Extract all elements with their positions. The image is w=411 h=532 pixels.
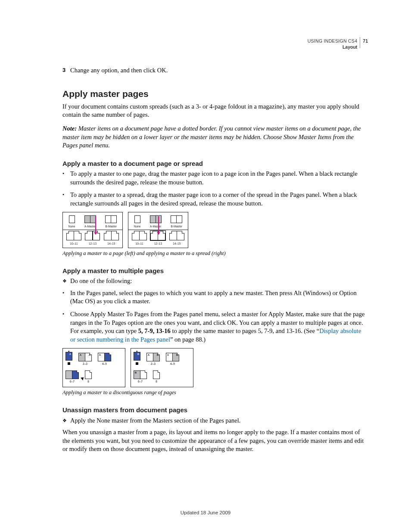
running-header: USING INDESIGN CS4 Layout 71	[308, 38, 368, 50]
bullet-list-2: In the Pages panel, select the pages to …	[62, 289, 368, 344]
unassign-paragraph: When you unassign a master from a page, …	[62, 428, 368, 454]
master-none-label: None	[134, 225, 141, 229]
page-label: 14–15	[169, 242, 184, 246]
page-label: 4–5	[166, 362, 179, 366]
list-item: To apply a master to one page, drag the …	[62, 170, 368, 187]
diamond-lead: ❖ Apply the None master from the Masters…	[62, 417, 368, 425]
bullet-text: To apply a master to a spread, drag the …	[70, 191, 368, 208]
note-paragraph: Note: Master items on a document page ha…	[62, 124, 368, 150]
diamond-text: Do one of the following:	[70, 277, 368, 286]
header-product: USING INDESIGN CS4	[308, 38, 358, 44]
header-rule	[360, 37, 360, 48]
diamond-lead: ❖ Do one of the following:	[62, 277, 368, 286]
page-label: 12–13	[85, 242, 100, 246]
list-item: In the Pages panel, select the pages to …	[62, 289, 368, 306]
heading-apply-master-pages: Apply master pages	[62, 88, 368, 100]
pages-panel-left: None A-Master B-Master 10–11 12–13 14–15	[62, 212, 123, 248]
figure-discontiguous: ▾ A A A 2–3 A 4–5 6–7	[62, 348, 368, 387]
pages-panel-right: None A-Master B-Master 10–11 12–13 14–15	[128, 212, 188, 248]
page-label: 8	[85, 380, 92, 384]
page-label: 10–11	[66, 242, 81, 246]
page-number: 71	[363, 38, 368, 44]
list-item: To apply a master to a spread, drag the …	[62, 191, 368, 208]
note-label: Note:	[62, 125, 77, 132]
page-content: 3 Change any option, and then click OK. …	[62, 66, 368, 454]
bullet-text: In the Pages panel, select the pages to …	[70, 289, 368, 306]
page-label: 14–15	[104, 242, 119, 246]
header-section: Layout	[308, 44, 358, 50]
page-label: 10–11	[132, 242, 147, 246]
page-label: 6–7	[65, 380, 79, 384]
figure-apply-master: None A-Master B-Master 10–11 12–13 14–15	[62, 212, 368, 248]
bullet-text: To apply a master to one page, drag the …	[70, 170, 368, 187]
diamond-icon: ❖	[62, 277, 70, 286]
master-b-label: B-Master	[171, 225, 182, 229]
step-text: Change any option, and then click OK.	[70, 66, 368, 75]
pages-panel-after: ▾ B A B 2–3 A B 4–5 B	[131, 348, 193, 387]
master-b-label: B-Master	[105, 225, 117, 229]
step-number: 3	[62, 66, 70, 75]
note-text: Master items on a document page have a d…	[62, 125, 361, 149]
pages-panel-before: ▾ A A A 2–3 A 4–5 6–7	[62, 348, 125, 387]
master-a-label: A-Master	[84, 225, 96, 229]
heading-apply-page-or-spread: Apply a master to a document page or spr…	[62, 159, 368, 168]
example-range: 5, 7-9, 13-16	[138, 327, 171, 334]
document-page: USING INDESIGN CS4 Layout 71 3 Change an…	[0, 0, 411, 532]
page-label: 2–3	[146, 362, 160, 366]
page-label: 4–5	[98, 362, 111, 366]
bullet-text: Choose Apply Master To Pages from the Pa…	[70, 310, 368, 344]
page-label: 12–13	[150, 242, 165, 246]
bullet-list-1: To apply a master to one page, drag the …	[62, 170, 368, 208]
master-none-label: None	[68, 225, 75, 229]
page-label: 6–7	[134, 380, 147, 384]
master-a-label: A-Master	[150, 225, 162, 229]
heading-apply-multiple: Apply a master to multiple pages	[62, 267, 368, 275]
list-item: Choose Apply Master To Pages from the Pa…	[62, 310, 368, 344]
page-label: 8	[153, 380, 160, 384]
figure-caption-1: Applying a master to a page (left) and a…	[62, 250, 368, 257]
diamond-icon: ❖	[62, 417, 70, 425]
diamond-text: Apply the None master from the Masters s…	[70, 417, 368, 425]
step-row: 3 Change any option, and then click OK.	[62, 66, 368, 75]
cursor-icon	[81, 376, 85, 380]
page-footer: Updated 18 June 2009	[0, 510, 411, 516]
figure-caption-2: Applying a master to a discontiguous ran…	[62, 389, 368, 396]
page-label: 2–3	[78, 362, 92, 366]
intro-paragraph: If your document contains custom spreads…	[62, 103, 368, 119]
heading-unassign: Unassign masters from document pages	[62, 406, 368, 414]
